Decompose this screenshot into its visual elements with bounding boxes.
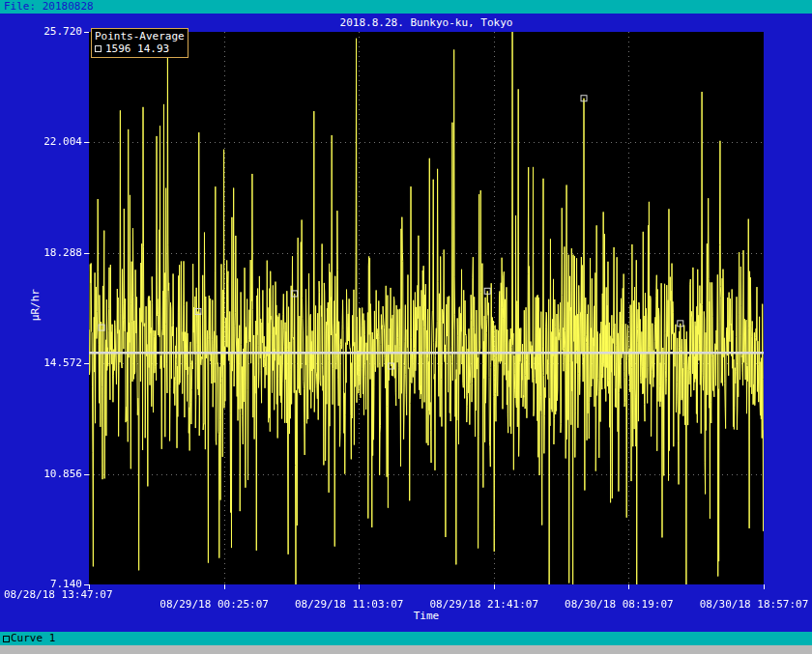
y-tick-mark-icon	[84, 142, 89, 143]
chart-canvas	[89, 32, 764, 584]
y-tick-label: 18.288	[24, 247, 82, 259]
screen: { "window": { "titlebar": { "label": "Fi…	[0, 0, 812, 654]
legend-title: Points-Average	[95, 30, 185, 43]
x-tick-label: 08/29/18 21:41:07	[421, 599, 547, 611]
y-tick-mark-icon	[84, 253, 89, 254]
y-tick-mark-icon	[84, 363, 89, 364]
x-tick-label: 08/30/18 18:57:07	[691, 599, 812, 611]
x-tick-label: 08/29/18 11:03:07	[286, 599, 412, 611]
chart-title: 2018.8.28. Bunkyo-ku, Tokyo	[89, 16, 764, 29]
x-tick-mark-icon	[224, 584, 225, 589]
curve-marker-icon	[3, 636, 10, 642]
window-bottom-edge	[0, 645, 812, 654]
x-tick-label: 08/29/18 00:25:07	[152, 599, 277, 611]
title-bar: File: 20180828	[0, 0, 812, 14]
x-tick-mark-icon	[628, 584, 629, 589]
y-tick-label: 22.004	[24, 136, 82, 148]
status-bar: Curve 1	[0, 632, 812, 645]
y-tick-mark-icon	[84, 32, 89, 33]
legend-entry: 1596 14.93	[95, 43, 185, 55]
square-marker-icon	[95, 45, 102, 52]
y-axis-title: μR/hr	[29, 289, 42, 321]
y-tick-label: 10.856	[24, 469, 82, 480]
x-tick-label: 08/28/18 13:47:07	[4, 589, 130, 601]
y-tick-label: 14.572	[24, 357, 82, 369]
legend-box: Points-Average 1596 14.93	[91, 28, 188, 58]
x-tick-mark-icon	[359, 584, 360, 589]
chart-window: 2018.8.28. Bunkyo-ku, Tokyo μR/hr Points…	[0, 14, 812, 632]
file-name-label: File: 20180828	[4, 0, 94, 13]
x-tick-mark-icon	[764, 584, 765, 589]
y-tick-mark-icon	[84, 474, 89, 475]
plot-area: Points-Average 1596 14.93	[89, 32, 764, 584]
x-tick-label: 08/30/18 08:19:07	[556, 599, 682, 611]
x-axis-title: Time	[89, 610, 764, 622]
curve-label: Curve 1	[11, 632, 55, 644]
y-tick-label: 25.720	[24, 26, 82, 38]
x-tick-mark-icon	[494, 584, 495, 589]
legend-values: 1596 14.93	[105, 43, 169, 55]
